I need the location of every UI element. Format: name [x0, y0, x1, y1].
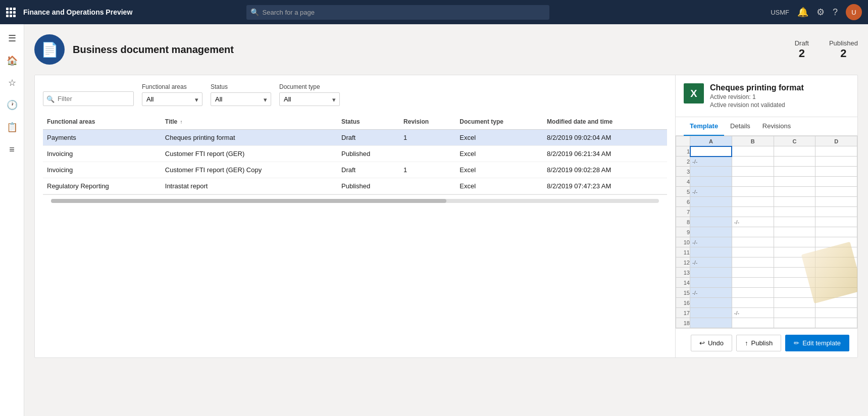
- ss-cell[interactable]: -/-: [690, 237, 732, 247]
- document-type-select[interactable]: All: [279, 92, 340, 106]
- ss-cell[interactable]: [732, 197, 774, 207]
- ss-cell[interactable]: [690, 318, 732, 328]
- ss-cell[interactable]: -/-: [690, 157, 732, 167]
- excel-icon: X: [684, 83, 704, 103]
- ss-cell[interactable]: [732, 187, 774, 197]
- ss-cell[interactable]: [774, 177, 815, 187]
- ss-cell[interactable]: [774, 167, 815, 177]
- ss-cell[interactable]: [732, 207, 774, 217]
- edit-template-button[interactable]: ✏ Edit template: [785, 335, 849, 351]
- ss-cell[interactable]: [774, 217, 815, 227]
- ss-cell[interactable]: [732, 318, 774, 328]
- ss-cell[interactable]: [815, 177, 857, 187]
- ss-cell[interactable]: [815, 308, 857, 318]
- filter-input[interactable]: [43, 91, 134, 106]
- ss-cell[interactable]: -/-: [690, 187, 732, 197]
- ss-cell[interactable]: [732, 167, 774, 177]
- ss-cell[interactable]: [732, 157, 774, 167]
- ss-cell[interactable]: [774, 298, 815, 308]
- functional-areas-select[interactable]: All: [142, 92, 202, 106]
- scroll-bar-thumb[interactable]: [51, 199, 446, 203]
- ss-cell[interactable]: [690, 298, 732, 308]
- ss-cell[interactable]: -/-: [690, 288, 732, 298]
- top-nav: Finance and Operations Preview 🔍 USMF 🔔 …: [0, 0, 868, 24]
- ss-cell[interactable]: [815, 157, 857, 167]
- ss-cell[interactable]: [732, 247, 774, 257]
- col-title[interactable]: Title ↑: [161, 114, 337, 130]
- ss-cell[interactable]: [732, 146, 774, 157]
- ss-cell-value: [815, 198, 820, 206]
- notification-icon[interactable]: 🔔: [797, 7, 808, 18]
- ss-cell[interactable]: [815, 197, 857, 207]
- app-menu-icon[interactable]: [6, 8, 15, 17]
- table-row[interactable]: Invoicing Customer FTI report (GER) Copy…: [43, 162, 667, 178]
- sidebar-item-workspace[interactable]: 📋: [2, 117, 22, 137]
- ss-cell[interactable]: [732, 288, 774, 298]
- col-document-type[interactable]: Document type: [455, 114, 543, 130]
- col-modified[interactable]: Modified date and time: [543, 114, 667, 130]
- ss-cell[interactable]: [774, 227, 815, 237]
- ss-cell[interactable]: [774, 157, 815, 167]
- ss-cell[interactable]: [690, 247, 732, 257]
- ss-cell-value: [732, 269, 736, 277]
- ss-cell[interactable]: [732, 177, 774, 187]
- ss-cell[interactable]: [774, 187, 815, 197]
- ss-cell[interactable]: [690, 308, 732, 318]
- ss-cell[interactable]: [690, 217, 732, 227]
- sidebar-item-list[interactable]: ≡: [2, 139, 22, 160]
- ss-cell[interactable]: -/-: [690, 257, 732, 268]
- table-row[interactable]: Payments Cheques printing format Draft 1…: [43, 130, 667, 146]
- ss-cell[interactable]: [774, 237, 815, 247]
- sidebar-item-star[interactable]: ☆: [2, 73, 22, 93]
- sidebar-item-recent[interactable]: 🕐: [2, 95, 22, 115]
- help-icon[interactable]: ?: [833, 7, 838, 18]
- ss-cell[interactable]: [690, 227, 732, 237]
- tab-revisions[interactable]: Revisions: [756, 117, 797, 136]
- ss-cell[interactable]: [815, 167, 857, 177]
- ss-cell[interactable]: [732, 298, 774, 308]
- ss-cell[interactable]: [732, 237, 774, 247]
- ss-cell[interactable]: [690, 197, 732, 207]
- ss-cell[interactable]: [774, 288, 815, 298]
- ss-cell-value: [774, 299, 778, 307]
- table-row[interactable]: Regulatory Reporting Intrastat report Pu…: [43, 178, 667, 194]
- scroll-bar-track[interactable]: [51, 199, 659, 203]
- ss-cell[interactable]: [690, 268, 732, 278]
- ss-cell[interactable]: [690, 278, 732, 288]
- table-row[interactable]: Invoicing Customer FTI report (GER) Publ…: [43, 146, 667, 162]
- ss-cell[interactable]: [732, 268, 774, 278]
- ss-cell[interactable]: [815, 217, 857, 227]
- undo-button[interactable]: ↩ Undo: [691, 335, 732, 351]
- tab-details[interactable]: Details: [724, 117, 756, 136]
- ss-cell[interactable]: [774, 146, 815, 157]
- ss-cell[interactable]: [815, 187, 857, 197]
- ss-cell[interactable]: [815, 227, 857, 237]
- col-functional-areas[interactable]: Functional areas: [43, 114, 161, 130]
- ss-cell[interactable]: [774, 207, 815, 217]
- ss-cell[interactable]: [732, 227, 774, 237]
- ss-cell[interactable]: [732, 278, 774, 288]
- ss-cell[interactable]: [815, 146, 857, 157]
- sidebar-item-menu[interactable]: ☰: [2, 28, 22, 48]
- ss-cell[interactable]: [690, 177, 732, 187]
- ss-cell[interactable]: [774, 197, 815, 207]
- ss-cell[interactable]: [690, 146, 732, 157]
- col-revision[interactable]: Revision: [399, 114, 455, 130]
- tab-template[interactable]: Template: [684, 117, 724, 136]
- status-select[interactable]: All: [211, 92, 271, 106]
- publish-button[interactable]: ↑ Publish: [736, 335, 781, 351]
- sidebar-item-home[interactable]: 🏠: [2, 50, 22, 71]
- settings-icon[interactable]: ⚙: [816, 7, 825, 18]
- col-status[interactable]: Status: [337, 114, 399, 130]
- ss-cell[interactable]: -/-: [732, 308, 774, 318]
- ss-cell[interactable]: [774, 308, 815, 318]
- search-input[interactable]: [246, 5, 549, 20]
- ss-cell[interactable]: [815, 318, 857, 328]
- ss-cell[interactable]: [690, 207, 732, 217]
- ss-cell[interactable]: [690, 167, 732, 177]
- avatar[interactable]: U: [846, 4, 862, 20]
- ss-cell[interactable]: [732, 257, 774, 268]
- ss-cell[interactable]: [815, 207, 857, 217]
- ss-cell[interactable]: [774, 318, 815, 328]
- ss-cell[interactable]: -/-: [732, 217, 774, 227]
